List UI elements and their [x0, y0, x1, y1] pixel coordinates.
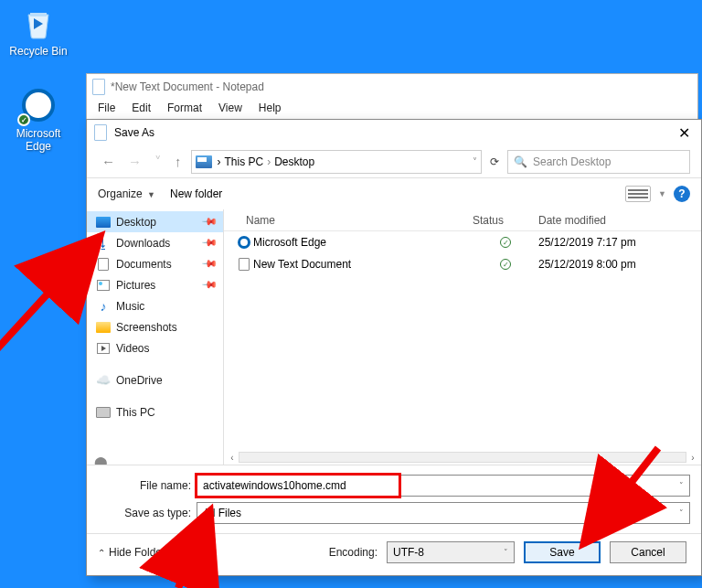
- filename-label: File name:: [98, 479, 191, 492]
- sidebar-item-label: Pictures: [116, 279, 155, 292]
- sidebar-item-videos[interactable]: Videos: [87, 337, 223, 358]
- sidebar-item-desktop[interactable]: Desktop 📌: [87, 211, 223, 232]
- file-date: 25/12/2019 7:17 pm: [538, 236, 701, 249]
- nav-forward-button[interactable]: →: [124, 152, 145, 171]
- breadcrumb-sep: ›: [218, 155, 221, 168]
- organize-menu[interactable]: Organize ▼: [98, 187, 155, 200]
- pictures-folder-icon: [97, 280, 110, 291]
- type-label: Save as type:: [98, 507, 191, 519]
- nav-back-button[interactable]: ←: [98, 152, 119, 171]
- onedrive-icon: ☁️: [96, 373, 111, 388]
- menu-help[interactable]: Help: [251, 100, 289, 116]
- dialog-icon: [94, 124, 107, 141]
- file-date: 25/12/2019 8:00 pm: [538, 258, 701, 271]
- desktop-icon-label: Recycle Bin: [9, 45, 68, 58]
- encoding-select[interactable]: UTF-8 ˅: [387, 541, 515, 563]
- file-list-pane: Name Status Date modified Microsoft Edge…: [224, 209, 701, 465]
- filename-input[interactable]: activatewindows10home.cmd ˅: [197, 475, 690, 497]
- breadcrumb-part[interactable]: This PC: [225, 155, 264, 168]
- pin-icon: 📌: [200, 213, 218, 230]
- file-status: ✓: [473, 259, 538, 270]
- view-options-button[interactable]: [625, 186, 651, 202]
- scroll-left[interactable]: ‹: [226, 451, 239, 464]
- sidebar-item-label: Music: [116, 300, 144, 313]
- scroll-track[interactable]: [239, 452, 686, 463]
- file-status: ✓: [473, 237, 538, 248]
- file-name: Microsoft Edge: [253, 236, 473, 249]
- refresh-button[interactable]: ⟳: [487, 155, 502, 168]
- edge-icon: ✓: [19, 86, 58, 124]
- column-date[interactable]: Date modified: [538, 214, 701, 227]
- sidebar-item-label: Desktop: [116, 216, 156, 229]
- search-input[interactable]: 🔍 Search Desktop: [507, 150, 690, 174]
- sidebar-item-label: This PC: [116, 406, 155, 419]
- sidebar-item-label: OneDrive: [116, 374, 163, 387]
- chevron-down-icon[interactable]: ˅: [679, 508, 684, 518]
- chevron-down-icon: ▼: [147, 190, 155, 199]
- nav-up-button[interactable]: ↑: [171, 152, 186, 171]
- encoding-label: Encoding:: [329, 546, 378, 559]
- column-status[interactable]: Status: [473, 214, 538, 227]
- hide-folders-label: Hide Folders: [109, 546, 171, 559]
- file-row[interactable]: Microsoft Edge ✓ 25/12/2019 7:17 pm: [224, 231, 701, 253]
- documents-folder-icon: [98, 258, 109, 271]
- pin-icon: 📌: [200, 255, 218, 273]
- hide-folders-toggle[interactable]: ⌃ Hide Folders: [98, 546, 171, 559]
- notepad-icon: [92, 79, 105, 95]
- save-button[interactable]: Save: [524, 541, 601, 563]
- desktop-icon-edge[interactable]: ✓ Microsoft Edge: [9, 86, 68, 153]
- chevron-up-icon: ⌃: [98, 548, 105, 558]
- column-name[interactable]: Name: [246, 214, 473, 227]
- pin-icon: 📌: [200, 276, 218, 294]
- sidebar-item-documents[interactable]: Documents 📌: [87, 253, 223, 274]
- file-icon-txt: [235, 258, 253, 271]
- sidebar-item-pictures[interactable]: Pictures 📌: [87, 274, 223, 295]
- chevron-down-icon[interactable]: ˅: [504, 548, 508, 557]
- desktop-folder-icon: [96, 217, 111, 228]
- type-select[interactable]: All Files ˅: [197, 502, 690, 524]
- horizontal-scrollbar[interactable]: ‹ ›: [224, 450, 701, 465]
- desktop-icon-label: Microsoft Edge: [9, 127, 68, 153]
- type-value: All Files: [203, 507, 241, 519]
- sidebar-item-screenshots[interactable]: Screenshots: [87, 316, 223, 337]
- desktop-icon-recycle-bin[interactable]: Recycle Bin: [9, 4, 68, 58]
- close-button[interactable]: ✕: [675, 124, 694, 142]
- this-pc-icon: [196, 155, 212, 168]
- menu-format[interactable]: Format: [160, 100, 209, 116]
- sidebar-item-label: Videos: [116, 342, 149, 355]
- encoding-value: UTF-8: [393, 546, 424, 559]
- notepad-titlebar[interactable]: *New Text Document - Notepad: [87, 74, 697, 100]
- cancel-button[interactable]: Cancel: [610, 541, 686, 563]
- menu-file[interactable]: File: [90, 100, 122, 116]
- sidebar-item-downloads[interactable]: ⭳ Downloads 📌: [87, 232, 223, 253]
- file-row[interactable]: New Text Document ✓ 25/12/2019 8:00 pm: [224, 253, 701, 275]
- filename-value: activatewindows10home.cmd: [203, 479, 346, 492]
- menu-view[interactable]: View: [211, 100, 250, 116]
- sidebar-item-label: Documents: [116, 258, 172, 271]
- view-dropdown[interactable]: ▼: [658, 189, 666, 198]
- file-name: New Text Document: [253, 258, 473, 271]
- sidebar-item-this-pc[interactable]: This PC: [87, 401, 223, 422]
- breadcrumb-bar[interactable]: › This PC › Desktop ˅: [191, 150, 483, 174]
- breadcrumb-dropdown[interactable]: ˅: [473, 156, 477, 166]
- sidebar-item-music[interactable]: ♪ Music: [87, 295, 223, 316]
- sidebar-item-label: Downloads: [116, 237, 170, 250]
- videos-folder-icon: [97, 343, 110, 354]
- music-folder-icon: ♪: [96, 299, 111, 314]
- help-button[interactable]: ?: [674, 186, 690, 202]
- search-icon: 🔍: [514, 155, 527, 168]
- file-icon-edge: [235, 236, 253, 249]
- menu-edit[interactable]: Edit: [124, 100, 158, 116]
- search-placeholder: Search Desktop: [533, 155, 611, 168]
- nav-recent-dropdown[interactable]: ˅: [151, 152, 165, 172]
- chevron-down-icon[interactable]: ˅: [679, 481, 684, 490]
- pin-icon: 📌: [200, 234, 218, 251]
- recycle-bin-icon: [19, 4, 58, 42]
- breadcrumb-part[interactable]: Desktop: [274, 155, 314, 168]
- sidebar-item-onedrive[interactable]: ☁️ OneDrive: [87, 369, 223, 390]
- folder-icon: [96, 322, 111, 333]
- save-as-dialog: Save As ✕ ← → ˅ ↑ › This PC › Desktop ˅ …: [86, 119, 702, 576]
- notepad-title-text: *New Text Document - Notepad: [111, 80, 264, 93]
- new-folder-button[interactable]: New folder: [170, 187, 222, 200]
- scroll-right[interactable]: ›: [686, 451, 699, 464]
